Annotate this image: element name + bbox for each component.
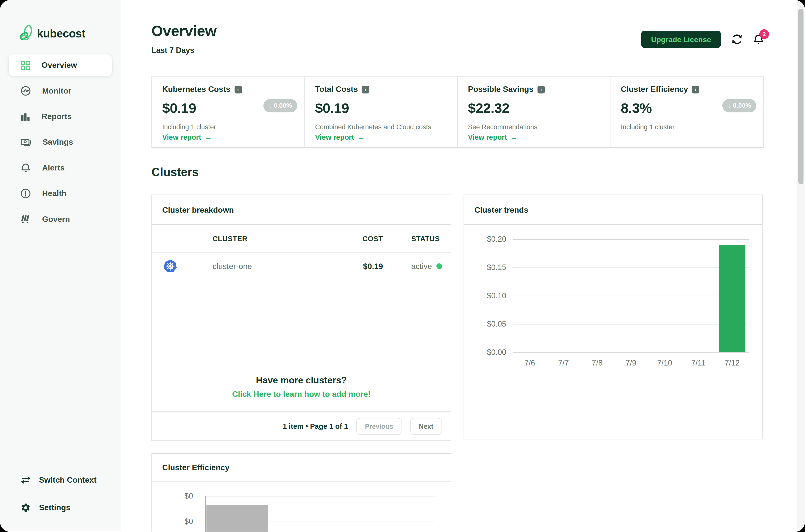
y-tick-label: $0 bbox=[161, 517, 193, 526]
promo-title: Have more clusters? bbox=[152, 375, 451, 386]
sidebar-item-label: Govern bbox=[42, 215, 70, 224]
previous-page-button[interactable]: Previous bbox=[356, 418, 402, 435]
sidebar-item-reports[interactable]: Reports bbox=[9, 104, 112, 129]
sidebar-item-label: Monitor bbox=[42, 87, 72, 96]
stat-card-title: Cluster Efficiency bbox=[621, 84, 688, 94]
next-page-button[interactable]: Next bbox=[410, 418, 442, 435]
info-icon[interactable]: i bbox=[537, 86, 545, 93]
switch-context-button[interactable]: Switch Context bbox=[0, 466, 121, 494]
x-tick-label: 7/12 bbox=[715, 358, 749, 367]
cluster-trends-card: Cluster trends $0.20$0.15$0.10$0.05$0.00… bbox=[463, 194, 763, 439]
sidebar-item-monitor[interactable]: Monitor bbox=[9, 78, 112, 103]
gridline bbox=[513, 352, 749, 353]
status-dot bbox=[436, 263, 442, 269]
page-header: Overview Last 7 Days Upgrade License bbox=[151, 23, 764, 54]
x-tick-label: 7/7 bbox=[547, 358, 580, 367]
gridline bbox=[513, 296, 749, 296]
table-row[interactable]: cluster-one $0.19 active bbox=[152, 253, 451, 280]
logo-text: kubecost bbox=[37, 27, 85, 41]
sidebar-item-label: Savings bbox=[43, 137, 73, 147]
view-report-link[interactable]: View report→ bbox=[162, 133, 212, 141]
add-clusters-link[interactable]: Click Here to learn how to add more! bbox=[152, 390, 451, 399]
stat-card-cluster-efficiency: Cluster Efficiency i 8.3% ↓0.00% Includi… bbox=[611, 77, 763, 147]
bar-chart-icon bbox=[21, 112, 30, 121]
kubernetes-icon bbox=[163, 259, 178, 274]
sidebar-nav: Overview Monitor bbox=[0, 54, 121, 232]
sidebar-footer: Switch Context Settings bbox=[0, 466, 121, 521]
x-tick-label: 7/11 bbox=[682, 358, 715, 367]
kubecost-leaf-icon bbox=[18, 24, 34, 43]
stat-card-possible-savings: Possible Savings i $22.32 ↓ See Recommen… bbox=[458, 77, 611, 147]
column-header-cluster: CLUSTER bbox=[213, 234, 248, 243]
sidebar-item-health[interactable]: Health bbox=[9, 180, 112, 206]
stat-card-value: $22.32 bbox=[468, 101, 603, 117]
refresh-button[interactable] bbox=[731, 33, 743, 45]
stat-card-kubernetes-costs: Kubernetes Costs i $0.19 ↓0.00% Includin… bbox=[152, 77, 305, 147]
notifications-button[interactable]: 2 bbox=[753, 34, 764, 45]
switch-context-label: Switch Context bbox=[39, 475, 97, 484]
stat-card-subtext: Including 1 cluster bbox=[162, 123, 216, 131]
info-icon[interactable]: i bbox=[234, 86, 242, 93]
sidebar-item-alerts[interactable]: Alerts bbox=[9, 155, 112, 180]
cluster-efficiency-title: Cluster Efficiency bbox=[152, 454, 451, 482]
info-icon[interactable]: i bbox=[362, 86, 369, 93]
efficiency-bar bbox=[207, 505, 268, 532]
delta-badge: ↓0.00% bbox=[263, 99, 297, 112]
sidebar-item-label: Health bbox=[42, 189, 66, 198]
kubecost-logo[interactable]: kubecost bbox=[0, 0, 121, 43]
refresh-icon bbox=[731, 33, 743, 45]
monitor-icon bbox=[21, 86, 31, 96]
sidebar-item-govern[interactable]: Govern bbox=[9, 206, 112, 232]
info-icon[interactable]: i bbox=[692, 86, 699, 93]
stat-card-subtext: Including 1 cluster bbox=[621, 123, 675, 131]
column-header-status: STATUS bbox=[411, 234, 440, 243]
stat-card-title: Total Costs bbox=[315, 84, 358, 94]
cluster-breakdown-card: Cluster breakdown CLUSTER COST STATUS bbox=[151, 194, 451, 441]
down-arrow-icon: ↓ bbox=[268, 102, 272, 110]
sidebar-item-overview[interactable]: Overview bbox=[9, 54, 112, 76]
gridline bbox=[513, 239, 749, 240]
gridline bbox=[513, 324, 749, 324]
delta-badge: ↓0.00% bbox=[723, 99, 756, 112]
y-tick-label: $0 bbox=[161, 491, 193, 500]
y-tick-label: $0.05 bbox=[475, 319, 506, 328]
stat-cards-row: Kubernetes Costs i $0.19 ↓0.00% Includin… bbox=[151, 76, 764, 148]
x-tick-label: 7/9 bbox=[614, 358, 648, 367]
cluster-efficiency-card: Cluster Efficiency $0$0 bbox=[151, 453, 451, 532]
cluster-name[interactable]: cluster-one bbox=[213, 262, 252, 271]
clusters-grid: Cluster breakdown CLUSTER COST STATUS bbox=[151, 194, 764, 441]
clusters-heading: Clusters bbox=[151, 165, 764, 179]
header-actions: Upgrade License bbox=[641, 31, 764, 48]
stat-card-title: Kubernetes Costs bbox=[162, 84, 230, 94]
grid-icon bbox=[21, 60, 30, 70]
sidebar-item-savings[interactable]: Savings bbox=[9, 129, 112, 155]
pagination-text: 1 item • Page 1 of 1 bbox=[283, 422, 348, 430]
upgrade-license-button[interactable]: Upgrade License bbox=[641, 31, 721, 48]
y-tick-label: $0.15 bbox=[475, 263, 506, 271]
stat-card-title: Possible Savings bbox=[468, 84, 534, 94]
money-icon bbox=[21, 137, 31, 147]
view-report-link[interactable]: View report→ bbox=[315, 133, 365, 141]
scrollbar-thumb[interactable] bbox=[798, 9, 804, 184]
cluster-trends-title: Cluster trends bbox=[464, 195, 762, 225]
arrow-right-icon: → bbox=[511, 133, 518, 141]
cluster-cost: $0.19 bbox=[363, 262, 383, 271]
stat-card-subtext: See Recommendations bbox=[468, 123, 537, 131]
y-tick-label: $0.20 bbox=[475, 234, 506, 243]
view-report-link[interactable]: View report→ bbox=[468, 133, 518, 141]
stat-card-total-costs: Total Costs i $0.19 ↓ Combined Kubernete… bbox=[305, 77, 458, 147]
cluster-status: active bbox=[411, 262, 442, 271]
health-icon bbox=[21, 188, 31, 198]
y-axis-line bbox=[205, 496, 206, 532]
arrow-right-icon: → bbox=[205, 133, 212, 141]
page-title: Overview bbox=[151, 23, 216, 39]
settings-button[interactable]: Settings bbox=[0, 494, 121, 521]
y-tick-label: $0.10 bbox=[475, 291, 506, 300]
arrow-right-icon: → bbox=[358, 133, 365, 141]
sidebar-item-label: Alerts bbox=[42, 163, 65, 172]
stat-card-subtext: Combined Kubernetes and Cloud costs bbox=[315, 123, 431, 131]
x-tick-label: 7/6 bbox=[513, 358, 547, 367]
stat-card-value: $0.19 bbox=[315, 101, 450, 117]
sidebar-item-label: Reports bbox=[42, 112, 72, 121]
pagination-bar: 1 item • Page 1 of 1 Previous Next bbox=[152, 412, 451, 440]
